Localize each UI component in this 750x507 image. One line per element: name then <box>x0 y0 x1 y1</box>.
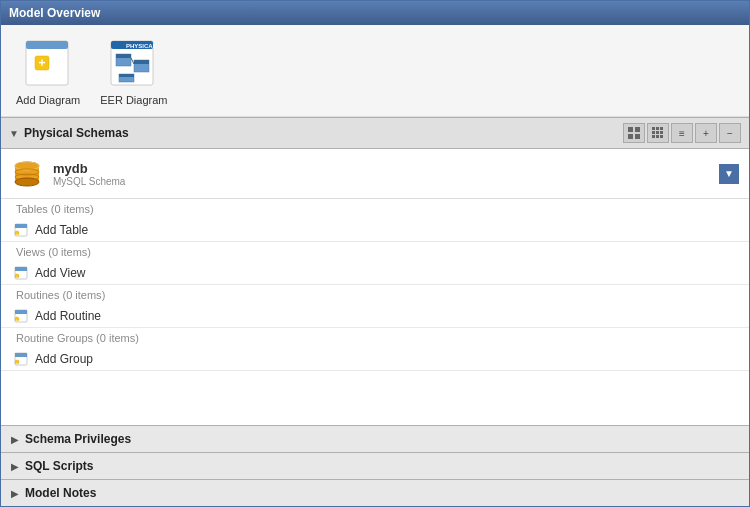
add-table-row[interactable]: + Add Table <box>1 219 749 241</box>
svg-rect-24 <box>652 135 655 138</box>
svg-rect-19 <box>656 127 659 130</box>
routine-groups-section: Routine Groups (0 items) + Add Group <box>1 328 749 371</box>
eer-diagram-label: EER Diagram <box>100 94 167 106</box>
svg-rect-22 <box>656 131 659 134</box>
collapse-triangle[interactable]: ▼ <box>9 128 19 139</box>
svg-rect-42 <box>15 310 27 314</box>
add-group-row[interactable]: + Add Group <box>1 348 749 370</box>
grid-small-btn[interactable] <box>623 123 645 143</box>
routine-groups-label: Routine Groups <box>16 332 93 344</box>
svg-rect-20 <box>660 127 663 130</box>
list-view-btn[interactable]: ≡ <box>671 123 693 143</box>
schema-row-right: ▼ <box>719 164 739 184</box>
routines-section: Routines (0 items) + Add Routine <box>1 285 749 328</box>
add-routine-icon: + <box>13 308 29 324</box>
grid-large-btn[interactable] <box>647 123 669 143</box>
db-icon <box>11 158 43 190</box>
svg-rect-21 <box>652 131 655 134</box>
add-group-label: Add Group <box>35 352 93 366</box>
tables-label: Tables <box>16 203 48 215</box>
eer-diagram-icon: PHYSICAL <box>104 35 164 90</box>
routines-label: Routines <box>16 289 59 301</box>
remove-schema-btn[interactable]: − <box>719 123 741 143</box>
svg-rect-17 <box>635 134 640 139</box>
schema-info: mydb MySQL Schema <box>53 161 125 187</box>
main-content: + Add Diagram PHYSICAL <box>1 25 749 506</box>
svg-rect-38 <box>15 267 27 271</box>
schema-subtitle: MySQL Schema <box>53 176 125 187</box>
svg-rect-23 <box>660 131 663 134</box>
add-routine-row[interactable]: + Add Routine <box>1 305 749 327</box>
schema-dropdown-btn[interactable]: ▼ <box>719 164 739 184</box>
svg-rect-16 <box>628 134 633 139</box>
tables-count: (0 items) <box>51 203 94 215</box>
content-area: Tables (0 items) + Add Table <box>1 199 749 425</box>
views-section: Views (0 items) + Add View <box>1 242 749 285</box>
physical-schemas-label: Physical Schemas <box>24 126 129 140</box>
schema-privileges-section[interactable]: ▶ Schema Privileges <box>1 425 749 452</box>
routine-groups-count: (0 items) <box>96 332 139 344</box>
add-diagram-label: Add Diagram <box>16 94 80 106</box>
schema-privileges-label: Schema Privileges <box>25 432 131 446</box>
sql-scripts-triangle: ▶ <box>11 461 19 472</box>
svg-rect-34 <box>15 224 27 228</box>
title-bar-label: Model Overview <box>9 6 100 20</box>
svg-rect-26 <box>660 135 663 138</box>
routines-header: Routines (0 items) <box>1 285 749 305</box>
svg-text:PHYSICAL: PHYSICAL <box>126 43 157 49</box>
add-diagram-item[interactable]: + Add Diagram <box>16 35 80 106</box>
add-view-label: Add View <box>35 266 85 280</box>
svg-rect-18 <box>652 127 655 130</box>
add-routine-label: Add Routine <box>35 309 101 323</box>
add-diagram-icon: + <box>18 35 78 90</box>
schema-row[interactable]: mydb MySQL Schema ▼ <box>1 149 749 199</box>
add-view-row[interactable]: + Add View <box>1 262 749 284</box>
svg-rect-10 <box>134 60 149 64</box>
schema-privileges-triangle: ▶ <box>11 434 19 445</box>
svg-text:+: + <box>38 56 45 70</box>
schema-name: mydb <box>53 161 125 176</box>
views-label: Views <box>16 246 45 258</box>
svg-rect-1 <box>26 41 68 49</box>
add-view-icon: + <box>13 265 29 281</box>
svg-rect-13 <box>119 74 134 77</box>
views-header: Views (0 items) <box>1 242 749 262</box>
tables-header: Tables (0 items) <box>1 199 749 219</box>
diagram-area: + Add Diagram PHYSICAL <box>1 25 749 117</box>
model-notes-triangle: ▶ <box>11 488 19 499</box>
title-bar: Model Overview <box>1 1 749 25</box>
svg-rect-15 <box>635 127 640 132</box>
eer-diagram-item[interactable]: PHYSICAL EER Diagram <box>100 35 167 106</box>
sql-scripts-section[interactable]: ▶ SQL Scripts <box>1 452 749 479</box>
svg-rect-46 <box>15 353 27 357</box>
tables-section: Tables (0 items) + Add Table <box>1 199 749 242</box>
model-notes-section[interactable]: ▶ Model Notes <box>1 479 749 506</box>
svg-rect-8 <box>116 54 131 58</box>
svg-rect-25 <box>656 135 659 138</box>
svg-rect-14 <box>628 127 633 132</box>
model-notes-label: Model Notes <box>25 486 96 500</box>
routines-count: (0 items) <box>62 289 105 301</box>
add-group-icon: + <box>13 351 29 367</box>
sql-scripts-label: SQL Scripts <box>25 459 93 473</box>
routine-groups-header: Routine Groups (0 items) <box>1 328 749 348</box>
add-table-icon: + <box>13 222 29 238</box>
physical-schemas-header: ▼ Physical Schemas <box>1 117 749 149</box>
schema-header-buttons: ≡ + − <box>623 123 741 143</box>
views-count: (0 items) <box>48 246 91 258</box>
model-overview-window: Model Overview + Add Diagr <box>0 0 750 507</box>
add-schema-btn[interactable]: + <box>695 123 717 143</box>
add-table-label: Add Table <box>35 223 88 237</box>
